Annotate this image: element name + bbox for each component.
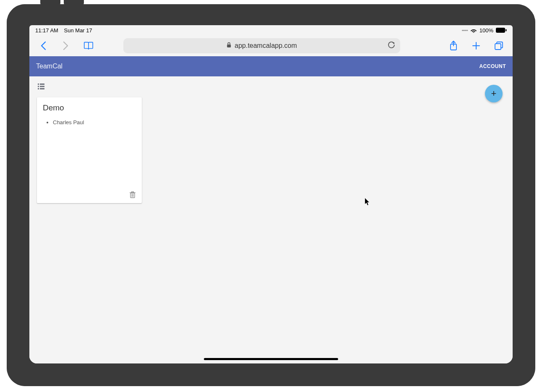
account-link[interactable]: ACCOUNT: [479, 63, 506, 69]
svg-rect-10: [40, 84, 44, 85]
battery-pct: 100%: [479, 27, 493, 34]
new-tab-button[interactable]: [471, 40, 482, 51]
url-host: app.teamcalapp.com: [235, 42, 297, 50]
svg-rect-9: [38, 84, 39, 85]
wifi-icon: [470, 28, 477, 33]
svg-rect-8: [495, 44, 501, 50]
tabs-button[interactable]: [493, 40, 504, 51]
app-content: Demo Charles Paul +: [29, 76, 513, 363]
status-right: ••••• 100%: [461, 27, 507, 34]
status-date: Sun Mar 17: [64, 27, 92, 34]
device-bezel: 11:17 AM Sun Mar 17 ••••• 100%: [7, 4, 535, 386]
browser-toolbar: app.teamcalapp.com: [29, 35, 513, 56]
app-header: TeamCal ACCOUNT: [29, 56, 513, 76]
status-bar: 11:17 AM Sun Mar 17 ••••• 100%: [29, 25, 513, 35]
device-screen: 11:17 AM Sun Mar 17 ••••• 100%: [29, 25, 513, 363]
list-item: Charles Paul: [53, 119, 136, 125]
svg-rect-1: [506, 29, 507, 31]
svg-rect-0: [496, 28, 505, 33]
back-button[interactable]: [38, 40, 49, 51]
team-card[interactable]: Demo Charles Paul: [37, 97, 142, 203]
status-time: 11:17 AM: [35, 27, 58, 34]
svg-rect-12: [40, 86, 44, 87]
card-title: Demo: [43, 103, 136, 112]
address-bar[interactable]: app.teamcalapp.com: [123, 38, 400, 53]
svg-rect-13: [38, 88, 39, 89]
cell-signal-icon: •••••: [461, 28, 467, 33]
svg-marker-3: [392, 42, 394, 44]
card-member-list: Charles Paul: [43, 119, 136, 127]
svg-rect-11: [38, 86, 39, 87]
lock-icon: [227, 42, 231, 50]
list-view-toggle[interactable]: [37, 82, 45, 91]
forward-button[interactable]: [60, 40, 71, 51]
add-fab-label: +: [491, 88, 497, 99]
cursor-icon: [365, 198, 370, 207]
app-title: TeamCal: [36, 63, 63, 70]
reload-button[interactable]: [388, 41, 395, 50]
battery-icon: [496, 28, 507, 33]
svg-rect-17: [132, 192, 134, 193]
svg-rect-14: [40, 88, 44, 89]
delete-button[interactable]: [128, 191, 137, 199]
svg-rect-2: [227, 44, 231, 47]
bookmarks-button[interactable]: [83, 40, 94, 51]
share-button[interactable]: [448, 40, 459, 51]
status-left: 11:17 AM Sun Mar 17: [35, 27, 92, 34]
add-fab[interactable]: +: [485, 85, 503, 102]
home-indicator[interactable]: [204, 358, 338, 360]
